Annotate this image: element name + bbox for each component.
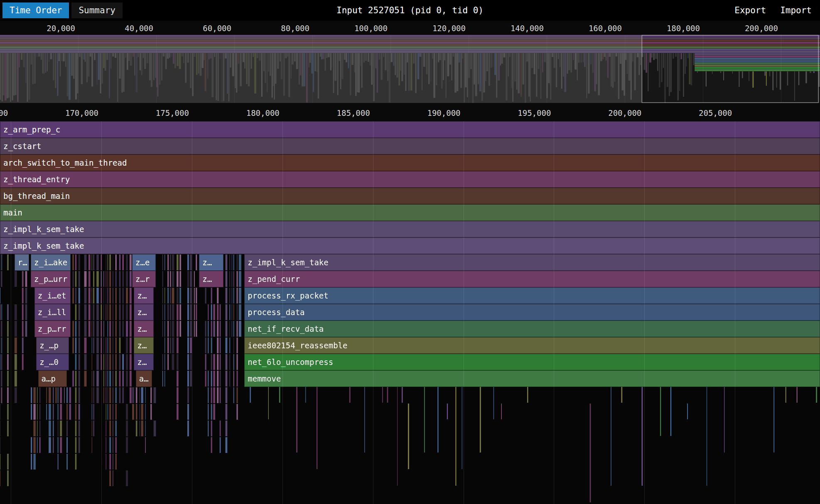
- flame-frame-label: z_…p: [37, 338, 68, 353]
- ruler-tick-label: 180,000: [246, 108, 280, 117]
- flame-frame[interactable]: z_impl_k_sem_take: [0, 221, 820, 237]
- flame-frame-label: z…: [134, 304, 153, 320]
- flame-frame-label: net_if_recv_data: [245, 321, 820, 337]
- flame-frame[interactable]: z…: [134, 354, 154, 370]
- flame-frame-label: net_6lo_uncompress: [245, 354, 820, 370]
- trace-title: Input 2527051 (pid 0, tid 0): [336, 5, 484, 15]
- ruler-tick-label: 195,000: [518, 108, 551, 117]
- ruler-tick-label: 180,000: [667, 24, 700, 33]
- ruler-tick-label: 20,000: [47, 24, 75, 33]
- flame-frame-label: z…: [134, 288, 153, 303]
- top-bar: Time Order Summary Input 2527051 (pid 0,…: [0, 0, 820, 21]
- main-ruler: 165,000170,000175,000180,000185,000190,0…: [0, 103, 820, 121]
- ruler-tick-label: 165,000: [0, 108, 8, 117]
- tab-time-order[interactable]: Time Order: [2, 2, 69, 18]
- ruler-tick-label: 80,000: [281, 24, 309, 33]
- flame-frame[interactable]: z…r: [132, 271, 156, 287]
- flame-frame[interactable]: memmove: [244, 370, 820, 387]
- flame-frame[interactable]: ieee802154_reassemble: [244, 337, 820, 354]
- flame-frame[interactable]: z…e: [132, 254, 156, 271]
- ruler-tick-label: 100,000: [354, 24, 388, 33]
- flame-frame[interactable]: z_thread_entry: [0, 171, 820, 188]
- flame-frame-label: memmove: [245, 371, 820, 387]
- minimap-ruler: 20,00040,00060,00080,000100,000120,00014…: [0, 21, 820, 35]
- flame-frame-label: z_thread_entry: [0, 171, 820, 187]
- flame-frames-layer: z_arm_prep_cz_cstartarch_switch_to_main_…: [0, 121, 820, 504]
- flame-frame[interactable]: z_…p: [36, 337, 69, 354]
- flame-frame-label: z_i…et: [35, 288, 70, 303]
- flame-chart[interactable]: z_arm_prep_cz_cstartarch_switch_to_main_…: [0, 121, 820, 504]
- flame-frame[interactable]: z…: [134, 321, 154, 337]
- flame-frame-label: z_…0: [37, 354, 68, 370]
- flame-frame-label: z_cstart: [0, 138, 820, 154]
- flame-frame-label: z_impl_k_sem_take: [0, 221, 820, 237]
- flame-frame[interactable]: net_6lo_uncompress: [244, 354, 820, 370]
- flame-frame[interactable]: z_i…ll: [34, 304, 71, 321]
- flame-frame-label: z…e: [133, 254, 155, 270]
- flame-frame-label: process_rx_packet: [245, 288, 820, 303]
- flame-frame[interactable]: net_if_recv_data: [244, 321, 820, 337]
- ruler-tick-label: 205,000: [699, 108, 732, 117]
- flame-frame-label: a…p: [39, 371, 67, 387]
- import-button[interactable]: Import: [778, 3, 813, 17]
- flame-frame[interactable]: z_cstart: [0, 138, 820, 154]
- flame-frame[interactable]: z_…0: [36, 354, 69, 370]
- ruler-tick-label: 175,000: [156, 108, 189, 117]
- ruler-tick-label: 120,000: [432, 24, 466, 33]
- flame-frame[interactable]: z…: [134, 337, 154, 354]
- flame-frame[interactable]: z_impl_k_sem_take: [244, 254, 820, 271]
- flame-frame[interactable]: z_pend_curr: [244, 271, 820, 287]
- minimap[interactable]: [0, 35, 820, 103]
- flame-frame[interactable]: r…: [15, 254, 29, 271]
- ruler-tick-label: 60,000: [203, 24, 231, 33]
- flame-frame[interactable]: a…p: [38, 370, 67, 387]
- flame-frame[interactable]: z…: [134, 304, 154, 321]
- flame-frame-label: ieee802154_reassemble: [245, 338, 820, 353]
- flame-frame-label: a…: [136, 371, 152, 387]
- flame-frame[interactable]: arch_switch_to_main_thread: [0, 154, 820, 171]
- flame-frame[interactable]: main: [0, 204, 820, 221]
- flame-frame[interactable]: z_i…et: [34, 287, 71, 304]
- flame-frame-label: z…: [199, 254, 223, 270]
- flame-frame[interactable]: z_p…urr: [31, 271, 71, 287]
- flame-frame[interactable]: a…: [136, 370, 152, 387]
- flame-frame[interactable]: z_p…rr: [34, 321, 71, 337]
- flame-frame-label: z_p…urr: [31, 271, 70, 287]
- flame-frame-label: arch_switch_to_main_thread: [0, 155, 820, 171]
- flame-frame-label: z_arm_prep_c: [0, 122, 820, 137]
- ruler-tick-label: 170,000: [65, 108, 98, 117]
- flame-frame[interactable]: bg_thread_main: [0, 188, 820, 204]
- ruler-tick-label: 40,000: [125, 24, 153, 33]
- ruler-tick-label: 185,000: [337, 108, 370, 117]
- flame-frame[interactable]: z_impl_k_sem_take: [0, 237, 820, 254]
- ruler-tick-label: 200,000: [608, 108, 641, 117]
- flame-frame[interactable]: z…: [199, 254, 223, 271]
- ruler-tick-label: 190,000: [427, 108, 460, 117]
- flame-frame[interactable]: process_data: [244, 304, 820, 321]
- ruler-tick-label: 200,000: [745, 24, 778, 33]
- flame-frame[interactable]: z…: [134, 287, 154, 304]
- flame-frame-label: z_pend_curr: [245, 271, 820, 287]
- flame-frame-label: z…r: [133, 271, 155, 287]
- flame-frame[interactable]: z_i…ake: [31, 254, 71, 271]
- flame-frame-label: z…: [134, 338, 153, 353]
- flame-frame-label: z_i…ll: [35, 304, 70, 320]
- flame-frame-label: z…: [199, 271, 223, 287]
- flame-frame-label: process_data: [245, 304, 820, 320]
- flame-frame-label: bg_thread_main: [0, 188, 820, 204]
- flame-frame-label: main: [0, 205, 820, 220]
- flame-frame[interactable]: z…: [199, 271, 223, 287]
- minimap-wrap: [0, 35, 820, 103]
- flame-frame-label: z_i…ake: [31, 254, 70, 270]
- flame-frame-label: z_impl_k_sem_take: [0, 238, 820, 254]
- export-button[interactable]: Export: [733, 3, 768, 17]
- flame-frame[interactable]: z_arm_prep_c: [0, 121, 820, 138]
- flame-frame[interactable]: process_rx_packet: [244, 287, 820, 304]
- ruler-tick-label: 140,000: [511, 24, 544, 33]
- flame-frame-label: z_impl_k_sem_take: [245, 254, 820, 270]
- top-bar-buttons: Export Import: [733, 3, 820, 17]
- flame-frame-label: r…: [15, 254, 29, 270]
- tab-summary[interactable]: Summary: [71, 2, 123, 18]
- flame-frame-label: z_p…rr: [35, 321, 70, 337]
- ruler-tick-label: 160,000: [589, 24, 622, 33]
